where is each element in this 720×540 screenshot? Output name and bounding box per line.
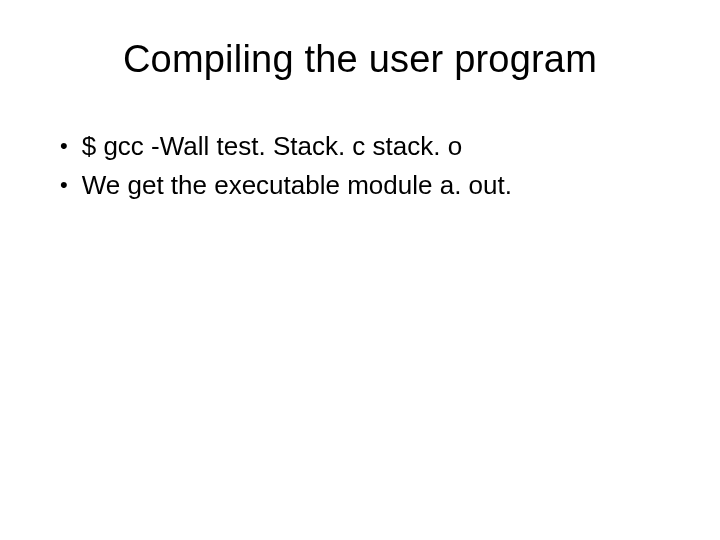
slide: Compiling the user program $ gcc -Wall t… [0, 0, 720, 540]
list-item: We get the executable module a. out. [58, 168, 670, 203]
bullet-text: $ gcc -Wall test. Stack. c stack. o [82, 129, 462, 164]
bullet-list: $ gcc -Wall test. Stack. c stack. o We g… [50, 129, 670, 203]
bullet-text: We get the executable module a. out. [82, 168, 512, 203]
slide-title: Compiling the user program [50, 38, 670, 81]
list-item: $ gcc -Wall test. Stack. c stack. o [58, 129, 670, 164]
